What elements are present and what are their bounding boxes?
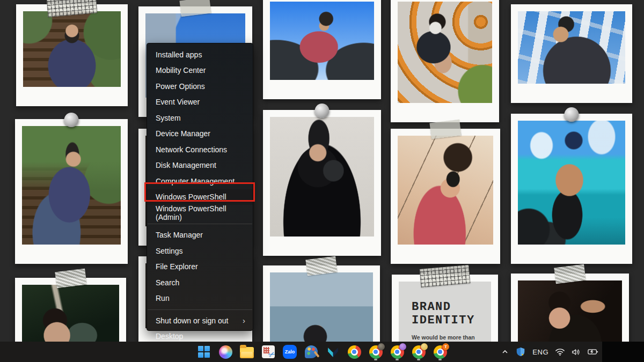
photo-image [270, 117, 374, 237]
running-indicator [417, 359, 420, 360]
photo-polaroid-8 [391, 0, 499, 122]
winx-menu: Installed apps Mobility Center Power Opt… [147, 43, 253, 331]
copilot-button[interactable] [217, 343, 234, 361]
paint-button[interactable] [303, 343, 320, 361]
snipping-tool-button[interactable] [260, 343, 277, 361]
menu-item-shut-down-or-sign-out[interactable]: Shut down or sign out › [147, 313, 253, 329]
menu-item-windows-powershell-admin[interactable]: Windows PowerShell (Admin) [147, 205, 253, 221]
chrome-icon [348, 345, 361, 359]
running-indicator [396, 359, 399, 360]
chrome-profile-badge: T [442, 343, 449, 350]
file-explorer-button[interactable] [238, 343, 255, 361]
menu-item-mobility-center[interactable]: Mobility Center [147, 63, 253, 79]
paint-icon [305, 345, 318, 358]
photo-image [22, 285, 119, 350]
battery-button[interactable] [586, 344, 600, 360]
submenu-chevron-icon: › [243, 316, 245, 325]
menu-item-system[interactable]: System [147, 110, 253, 126]
menu-separator [148, 224, 252, 224]
chrome-profile-badge [399, 343, 406, 350]
zalo-button[interactable]: Zalo [281, 343, 298, 361]
photo-polaroid-6 [263, 110, 381, 256]
security-shield-icon [516, 347, 525, 357]
file-explorer-icon [240, 347, 254, 358]
photo-polaroid-5 [263, 0, 381, 99]
taskbar-corner-block [602, 342, 644, 362]
photo-image [518, 280, 622, 345]
pin-decoration [315, 104, 330, 118]
volume-button[interactable] [570, 344, 582, 360]
chrome-button[interactable] [346, 343, 363, 361]
wifi-button[interactable] [554, 344, 566, 360]
chrome-profile2-button[interactable] [389, 343, 406, 361]
pin-decoration [64, 113, 79, 127]
menu-item-windows-powershell[interactable]: Windows PowerShell [147, 189, 253, 205]
chrome-profile3-button[interactable] [410, 343, 427, 361]
photo-image [398, 136, 493, 245]
menu-item-installed-apps[interactable]: Installed apps [147, 47, 253, 63]
menu-separator [148, 309, 252, 310]
taskbar: Zalo [0, 342, 644, 362]
menu-item-search[interactable]: Search [147, 275, 253, 291]
chrome-profile4-button[interactable]: T [431, 343, 449, 361]
running-indicator [374, 359, 377, 360]
brand-card-title: BRAND IDENTITY [412, 301, 491, 327]
language-indicator[interactable]: ENG [531, 344, 550, 360]
photo-image [23, 11, 121, 87]
zalo-icon: Zalo [283, 345, 297, 359]
menu-item-task-manager[interactable]: Task Manager [147, 227, 253, 243]
windows-security-button[interactable] [514, 344, 527, 360]
menu-item-label: Shut down or sign out [156, 316, 228, 325]
photo-image [22, 126, 121, 245]
show-hidden-icons-button[interactable] [500, 344, 510, 360]
photo-image [398, 2, 492, 103]
menu-item-power-options[interactable]: Power Options [147, 78, 253, 94]
photo-image [518, 121, 625, 245]
chrome-profile1-button[interactable] [367, 343, 384, 361]
photo-polaroid-1 [16, 4, 128, 106]
menu-item-settings[interactable]: Settings [147, 243, 253, 259]
menu-item-computer-management[interactable]: Computer Management [147, 173, 253, 189]
pin-decoration [565, 107, 579, 122]
photo-image [518, 11, 625, 84]
menu-item-file-explorer[interactable]: File Explorer [147, 259, 253, 275]
wifi-icon [555, 348, 565, 356]
taskbar-center-icons: Zalo [195, 342, 449, 362]
menu-item-event-viewer[interactable]: Event Viewer [147, 94, 253, 110]
start-button[interactable] [195, 343, 213, 361]
desktop: BRAND IDENTITY We would be more than hap… [0, 0, 644, 362]
photo-image [270, 272, 373, 345]
photo-polaroid-2 [15, 119, 128, 264]
system-tray: ENG [500, 342, 600, 362]
photo-polaroid-11 [511, 4, 632, 103]
snipping-tool-icon [262, 345, 275, 358]
chevron-up-icon [501, 348, 509, 356]
windows-start-icon [198, 346, 210, 358]
photo-polaroid-12 [511, 114, 632, 264]
chrome-profile-badge [421, 343, 428, 350]
photo-image [270, 2, 374, 80]
menu-item-run[interactable]: Run [147, 291, 253, 307]
copilot-icon [219, 345, 232, 359]
v-shaped-app-icon [326, 345, 340, 359]
menu-item-network-connections[interactable]: Network Connections [147, 142, 253, 158]
photo-polaroid-9 [391, 129, 500, 264]
menu-item-device-manager[interactable]: Device Manager [147, 126, 253, 142]
battery-charging-icon [588, 348, 598, 356]
v-app-button[interactable] [324, 343, 341, 361]
speaker-icon [572, 348, 581, 356]
menu-item-disk-management[interactable]: Disk Management [147, 158, 253, 174]
chrome-profile-badge [378, 343, 385, 350]
running-indicator [438, 359, 442, 360]
